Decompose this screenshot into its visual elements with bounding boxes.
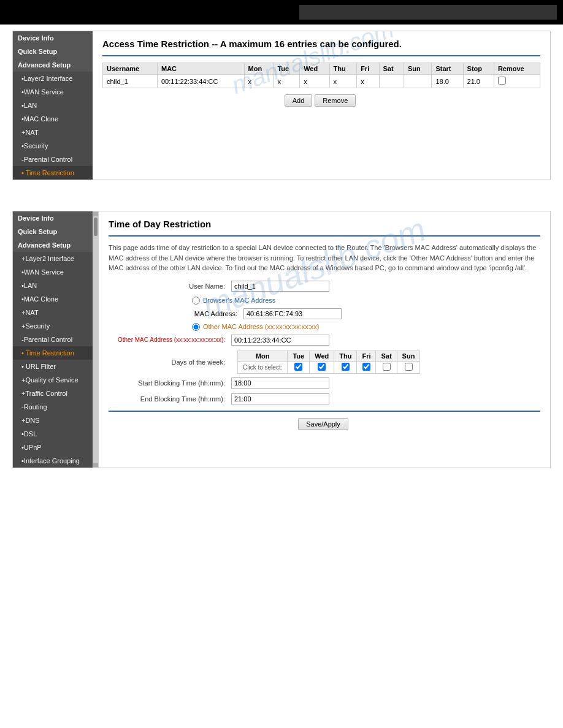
panel2-title: Time of Day Restriction (109, 219, 540, 229)
s2-wan[interactable]: •WAN Service (13, 265, 93, 279)
save-apply-button[interactable]: Save/Apply (298, 418, 348, 430)
s2-mac-clone[interactable]: •MAC Clone (13, 292, 93, 306)
wed-checkbox[interactable] (318, 363, 326, 371)
sidebar2: Device Info Quick Setup Advanced Setup +… (13, 211, 93, 468)
day-thu-header: Thu (334, 351, 357, 361)
top-banner (0, 0, 563, 25)
s2-traffic[interactable]: +Traffic Control (13, 387, 93, 400)
day-sun-header: Sun (397, 351, 420, 361)
cell-username: child_1 (103, 75, 158, 88)
mac-address-input[interactable] (243, 308, 342, 319)
day-mon-label: Click to select: (238, 361, 288, 373)
sidebar1: Device Info Quick Setup Advanced Setup •… (13, 31, 93, 180)
col-start: Start (432, 63, 463, 75)
browsers-mac-radio-label[interactable]: Browser's MAC Address (182, 297, 540, 305)
other-mac-input[interactable] (231, 335, 329, 346)
sidebar1-quick-setup[interactable]: Quick Setup (13, 45, 93, 58)
end-time-label: End Blocking Time (hh:mm): (109, 395, 231, 403)
end-time-input[interactable] (231, 393, 329, 404)
other-mac-section: Other MAC Address (xx:xx:xx:xx:xx:xx) (109, 323, 540, 331)
panel1-title: Access Time Restriction -- A maximum 16 … (102, 39, 540, 49)
remove-checkbox[interactable] (498, 77, 506, 85)
sidebar1-nat[interactable]: +NAT (13, 126, 93, 139)
access-table: Username MAC Mon Tue Wed Thu Fri Sat Sun… (102, 63, 540, 88)
col-stop: Stop (463, 63, 494, 75)
cell-thu: x (329, 75, 357, 88)
username-input[interactable] (231, 281, 329, 292)
day-mon-header: Mon (238, 351, 288, 361)
panel1: manualslib.com Device Info Quick Setup A… (12, 31, 551, 180)
s2-advanced-setup[interactable]: Advanced Setup (13, 238, 93, 252)
s2-nat[interactable]: +NAT (13, 306, 93, 319)
mac-address-row: MAC Address: (182, 308, 540, 319)
mac-address-label: MAC Address: (182, 310, 243, 317)
cell-wed: x (300, 75, 329, 88)
thu-checkbox[interactable] (342, 363, 350, 371)
cell-stop: 21.0 (463, 75, 494, 88)
s2-parental[interactable]: -Parental Control (13, 333, 93, 346)
s2-time-restriction[interactable]: • Time Restriction (13, 346, 93, 360)
s2-quick-setup[interactable]: Quick Setup (13, 225, 93, 238)
s2-dsl[interactable]: •DSL (13, 427, 93, 441)
col-sun: Sun (404, 63, 432, 75)
panel2-content: Time of Day Restriction This page adds t… (99, 211, 550, 468)
tue-checkbox[interactable] (294, 363, 302, 371)
day-thu-check[interactable] (334, 361, 357, 373)
panel1-content: Access Time Restriction -- A maximum 16 … (93, 31, 550, 180)
fri-checkbox[interactable] (362, 363, 370, 371)
cell-mac: 00:11:22:33:44:CC (157, 75, 244, 88)
day-wed-header: Wed (310, 351, 334, 361)
sun-checkbox[interactable] (405, 363, 413, 371)
cell-sun (404, 75, 432, 88)
s2-interface-grouping[interactable]: •Interface Grouping (13, 454, 93, 468)
panel2: manualslib.com Device Info Quick Setup A… (12, 211, 551, 468)
username-row: User Name: (109, 281, 540, 292)
day-tue-check[interactable] (288, 361, 310, 373)
browsers-mac-text: Browser's MAC Address (203, 297, 275, 304)
s2-url-filter[interactable]: • URL Filter (13, 360, 93, 373)
sat-checkbox[interactable] (383, 363, 391, 371)
sidebar1-security[interactable]: •Security (13, 139, 93, 153)
s2-upnp[interactable]: •UPnP (13, 441, 93, 454)
other-mac-radio-label[interactable]: Other MAC Address (xx:xx:xx:xx:xx:xx) (182, 323, 540, 331)
s2-qos[interactable]: +Quality of Service (13, 373, 93, 387)
sidebar1-device-info[interactable]: Device Info (13, 31, 93, 45)
other-mac-label: Other MAC Address (xx:xx:xx:xx:xx:xx): (109, 336, 231, 343)
browsers-mac-radio[interactable] (192, 297, 200, 305)
sidebar1-layer2[interactable]: •Layer2 Interface (13, 72, 93, 85)
days-row: Days of the week: Mon Tue Wed Thu Fri Sa… (109, 351, 540, 374)
day-sun-check[interactable] (397, 361, 420, 373)
form-description: This page adds time of day restriction t… (109, 243, 540, 273)
day-sat-header: Sat (376, 351, 397, 361)
s2-routing[interactable]: -Routing (13, 400, 93, 414)
s2-dns[interactable]: +DNS (13, 414, 93, 427)
day-wed-check[interactable] (310, 361, 334, 373)
col-fri: Fri (357, 63, 379, 75)
s2-device-info[interactable]: Device Info (13, 211, 93, 225)
sidebar1-parental[interactable]: -Parental Control (13, 153, 93, 166)
s2-lan[interactable]: •LAN (13, 279, 93, 292)
add-button[interactable]: Add (285, 94, 313, 107)
s2-layer2[interactable]: +Layer2 Interface (13, 252, 93, 265)
cell-fri: x (357, 75, 379, 88)
other-mac-radio[interactable] (192, 323, 200, 331)
sidebar1-advanced-setup[interactable]: Advanced Setup (13, 58, 93, 72)
sidebar1-time-restriction[interactable]: • Time Restriction (13, 166, 93, 180)
col-username: Username (103, 63, 158, 75)
cell-sat (379, 75, 404, 88)
col-tue: Tue (274, 63, 300, 75)
day-fri-check[interactable] (357, 361, 376, 373)
sidebar1-mac-clone[interactable]: •MAC Clone (13, 112, 93, 126)
remove-button[interactable]: Remove (315, 94, 356, 107)
sidebar1-lan[interactable]: •LAN (13, 99, 93, 112)
cell-start: 18.0 (432, 75, 463, 88)
sidebar1-wan[interactable]: •WAN Service (13, 85, 93, 99)
s2-security[interactable]: +Security (13, 319, 93, 333)
start-time-input[interactable] (231, 377, 329, 389)
cell-mon: x (244, 75, 274, 88)
username-label: User Name: (109, 282, 231, 290)
day-sat-check[interactable] (376, 361, 397, 373)
scrollbar[interactable] (93, 211, 99, 468)
col-remove: Remove (494, 63, 540, 75)
cell-remove[interactable] (494, 75, 540, 88)
